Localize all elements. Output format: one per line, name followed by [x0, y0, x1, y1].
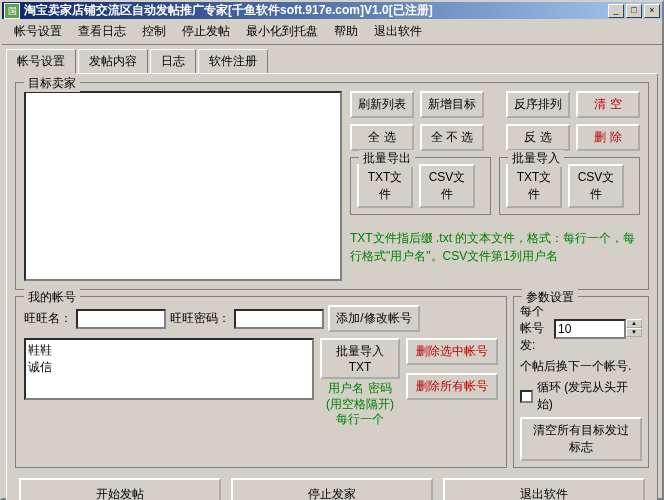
- batch-import-legend: 批量导入: [508, 150, 564, 167]
- wangwang-name-input[interactable]: [76, 309, 166, 329]
- per-account-input[interactable]: [554, 319, 626, 339]
- clear-button[interactable]: 清 空: [576, 91, 640, 118]
- exit-software-button[interactable]: 退出软件: [443, 478, 645, 500]
- tab-account-settings[interactable]: 帐号设置: [6, 49, 76, 74]
- add-modify-account-button[interactable]: 添加/修改帐号: [328, 305, 420, 332]
- my-account-legend: 我的帐号: [24, 289, 80, 306]
- menu-minimize-tray[interactable]: 最小化到托盘: [238, 21, 326, 42]
- loop-checkbox[interactable]: [520, 390, 533, 403]
- tab-content: 目标卖家 刷新列表 新增目标 反序排列 清 空 全 选 全 不 选: [6, 73, 658, 500]
- my-account-group: 我的帐号 旺旺名： 旺旺密码： 添加/修改帐号 鞋鞋 诚信 批量导入TXT: [15, 296, 507, 468]
- import-hint-3: 每行一个: [320, 412, 400, 428]
- target-seller-legend: 目标卖家: [24, 75, 80, 92]
- batch-export-legend: 批量导出: [359, 150, 415, 167]
- menu-account-settings[interactable]: 帐号设置: [6, 21, 70, 42]
- add-target-button[interactable]: 新增目标: [420, 91, 484, 118]
- spinner-up-button[interactable]: ▲: [626, 319, 642, 328]
- spinner-down-button[interactable]: ▼: [626, 328, 642, 337]
- list-item[interactable]: 诚信: [28, 359, 310, 376]
- app-icon: 国: [4, 3, 20, 19]
- target-seller-group: 目标卖家 刷新列表 新增目标 反序排列 清 空 全 选 全 不 选: [15, 82, 649, 290]
- menu-view-log[interactable]: 查看日志: [70, 21, 134, 42]
- menu-help[interactable]: 帮助: [326, 21, 366, 42]
- wangwang-password-label: 旺旺密码：: [170, 310, 230, 327]
- wangwang-label: 旺旺名：: [24, 310, 72, 327]
- tab-register[interactable]: 软件注册: [198, 49, 268, 73]
- import-hint-2: (用空格隔开): [320, 397, 400, 413]
- titlebar: 国 淘宝卖家店铺交流区自动发帖推广专家[千鱼软件soft.917e.com]V1…: [2, 2, 662, 19]
- export-csv-button[interactable]: CSV文件: [419, 164, 475, 208]
- per-account-label: 每个帐号发:: [520, 303, 550, 354]
- maximize-button[interactable]: □: [626, 4, 642, 18]
- menu-control[interactable]: 控制: [134, 21, 174, 42]
- window-title: 淘宝卖家店铺交流区自动发帖推广专家[千鱼软件soft.917e.com]V1.0…: [24, 2, 608, 19]
- delete-all-accounts-button[interactable]: 删除所有帐号: [406, 373, 498, 400]
- target-seller-listbox[interactable]: [24, 91, 342, 281]
- start-posting-button[interactable]: 开始发帖: [19, 478, 221, 500]
- tab-log[interactable]: 日志: [150, 49, 196, 73]
- select-none-button[interactable]: 全 不 选: [420, 124, 484, 151]
- list-item[interactable]: 鞋鞋: [28, 342, 310, 359]
- file-format-hint: TXT文件指后缀 .txt 的文本文件，格式：每行一个，每行格式"用户名"。CS…: [350, 229, 640, 265]
- close-button[interactable]: ×: [644, 4, 660, 18]
- menu-exit[interactable]: 退出软件: [366, 21, 430, 42]
- reverse-sort-button[interactable]: 反序排列: [506, 91, 570, 118]
- invert-selection-button[interactable]: 反 选: [506, 124, 570, 151]
- menubar: 帐号设置 查看日志 控制 停止发帖 最小化到托盘 帮助 退出软件: [2, 19, 662, 45]
- minimize-button[interactable]: _: [608, 4, 624, 18]
- import-csv-button[interactable]: CSV文件: [568, 164, 624, 208]
- export-txt-button[interactable]: TXT文件: [357, 164, 413, 208]
- delete-selected-account-button[interactable]: 删除选中帐号: [406, 338, 498, 365]
- tabbar: 帐号设置 发帖内容 日志 软件注册: [2, 45, 662, 73]
- refresh-list-button[interactable]: 刷新列表: [350, 91, 414, 118]
- select-all-button[interactable]: 全 选: [350, 124, 414, 151]
- clear-flags-button[interactable]: 清空所有目标发过标志: [520, 417, 642, 461]
- per-post-label: 个帖后换下一个帐号.: [520, 358, 642, 375]
- batch-export-group: 批量导出 TXT文件 CSV文件: [350, 157, 491, 215]
- loop-label: 循环 (发完从头开始): [537, 379, 642, 413]
- params-group: 参数设置 每个帐号发: ▲ ▼ 个帖后换下一个帐号. 循环 (发完从头开始): [513, 296, 649, 468]
- menu-stop-posting[interactable]: 停止发帖: [174, 21, 238, 42]
- stop-posting-button[interactable]: 停止发家: [231, 478, 433, 500]
- import-hint-1: 用户名 密码: [320, 381, 400, 397]
- delete-button[interactable]: 删 除: [576, 124, 640, 151]
- batch-import-txt-button[interactable]: 批量导入TXT: [320, 338, 400, 379]
- tab-post-content[interactable]: 发帖内容: [78, 49, 148, 73]
- batch-import-group: 批量导入 TXT文件 CSV文件: [499, 157, 640, 215]
- account-listbox[interactable]: 鞋鞋 诚信: [24, 338, 314, 400]
- params-legend: 参数设置: [522, 289, 578, 306]
- wangwang-password-input[interactable]: [234, 309, 324, 329]
- import-txt-button[interactable]: TXT文件: [506, 164, 562, 208]
